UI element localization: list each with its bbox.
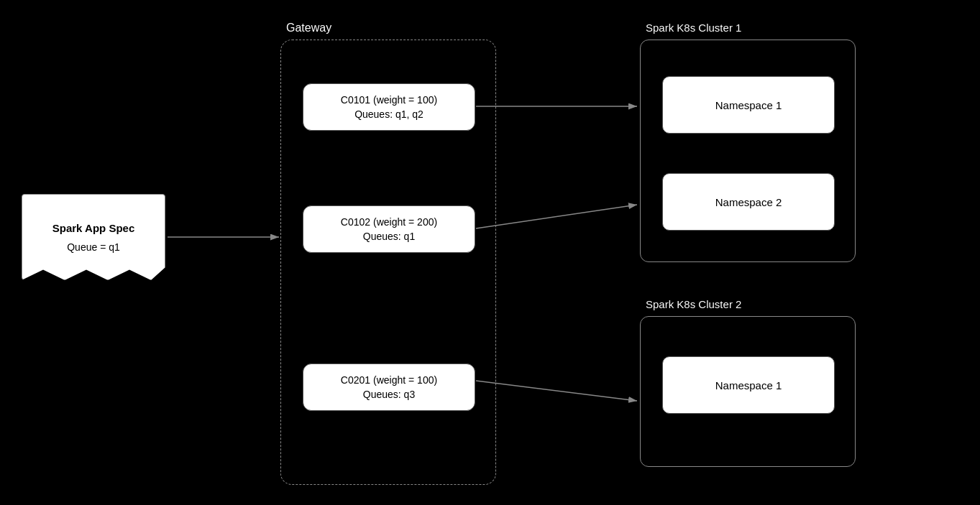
namespace-1-k8s2-box: Namespace 1 [662,356,835,414]
cluster-c0101-box: C0101 (weight = 100) Queues: q1, q2 [303,83,475,131]
k8s-cluster-1-label: Spark K8s Cluster 1 [640,20,747,35]
cluster-c0102-box: C0102 (weight = 200) Queues: q1 [303,205,475,253]
namespace-1-k8s1-label: Namespace 1 [715,99,782,111]
gateway-container: C0101 (weight = 100) Queues: q1, q2 C010… [280,40,496,485]
namespace-1-k8s2-label: Namespace 1 [715,379,782,392]
cluster-c0201-name: C0201 (weight = 100) [341,374,437,386]
gateway-label: Gateway [280,20,337,36]
k8s-cluster-1-container: Namespace 1 Namespace 2 [640,40,856,262]
namespace-1-k8s1-box: Namespace 1 [662,76,835,134]
namespace-2-k8s1-box: Namespace 2 [662,173,835,231]
spark-app-spec-title: Spark App Spec [52,222,134,234]
cluster-c0201-box: C0201 (weight = 100) Queues: q3 [303,363,475,411]
arrow-c0201-to-ns1-k8s2 [476,381,637,401]
cluster-c0102-name: C0102 (weight = 200) [341,216,437,228]
diagram-container: Spark App Spec Queue = q1 Gateway C0101 … [0,0,980,505]
k8s-cluster-2-label: Spark K8s Cluster 2 [640,297,747,312]
spark-app-spec-subtitle: Queue = q1 [67,241,120,253]
spark-app-spec-box: Spark App Spec Queue = q1 [22,194,165,280]
cluster-c0101-queues: Queues: q1, q2 [354,108,423,120]
cluster-c0102-queues: Queues: q1 [363,231,415,242]
k8s-cluster-2-container: Namespace 1 [640,316,856,467]
namespace-2-k8s1-label: Namespace 2 [715,196,782,208]
cluster-c0201-queues: Queues: q3 [363,389,415,400]
cluster-c0101-name: C0101 (weight = 100) [341,94,437,106]
arrow-c0102-to-ns2 [476,205,637,228]
